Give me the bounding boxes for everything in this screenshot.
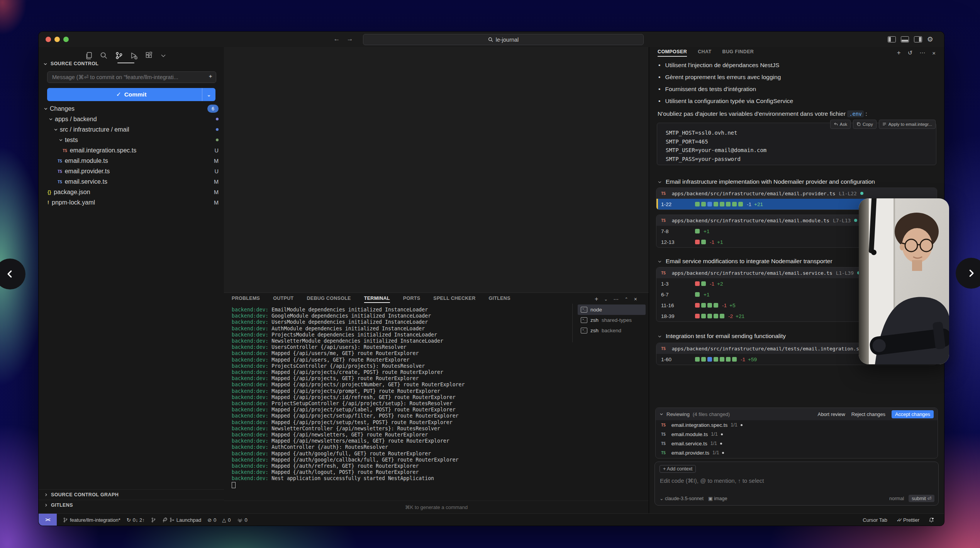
composer-input-box[interactable]: + Add context Edit code (⌘I), @ to menti…: [654, 462, 939, 506]
panel-tab-gitlens[interactable]: GITLENS: [489, 296, 510, 303]
sidebar-section-source-control-graph[interactable]: SOURCE CONTROL GRAPH: [39, 489, 224, 500]
minimize-window-button[interactable]: [54, 37, 60, 42]
tree-row[interactable]: apps / backend: [39, 114, 224, 124]
editor-empty-area[interactable]: [224, 47, 649, 293]
history-forward-button[interactable]: →: [345, 35, 354, 43]
layout-sidebar-right-icon[interactable]: [914, 36, 922, 42]
tree-label: email.integration.spec.ts: [70, 147, 137, 154]
terminal-line: backend:dev: Mapped {/auth/google/callba…: [232, 457, 564, 463]
source-control-icon[interactable]: [115, 52, 123, 59]
terminal-session-node[interactable]: >_node: [578, 304, 646, 315]
model-selector[interactable]: ⌄ claude-3.5-sonnet: [660, 496, 704, 501]
panel-tab-spell-checker[interactable]: SPELL CHECKER: [433, 296, 475, 303]
commit-message-box[interactable]: ✦: [47, 71, 216, 83]
terminal-session-zsh-shared-types[interactable]: >_zshshared-types: [578, 315, 646, 325]
more-icon[interactable]: ⋯: [614, 296, 619, 302]
commit-button[interactable]: ✓ Commit ⌄: [47, 88, 215, 101]
errors-indicator[interactable]: ⊘0 △0: [207, 517, 231, 523]
tree-label: src / infrastructure / email: [60, 126, 129, 133]
sparkle-ai-icon[interactable]: ✦: [208, 73, 213, 79]
debug-icon[interactable]: [130, 52, 138, 59]
chevron-down-icon[interactable]: [160, 52, 166, 59]
history-back-button[interactable]: ←: [332, 35, 341, 43]
branch-indicator[interactable]: feature/llm-integration*: [63, 517, 120, 523]
cursor-ide-window: ← → le-journal ⚙: [39, 32, 944, 526]
source-control-status-icon[interactable]: [151, 517, 156, 523]
tree-row[interactable]: src / infrastructure / email: [39, 124, 224, 135]
tree-row[interactable]: Changes6: [39, 103, 224, 114]
tree-row[interactable]: TSemail.module.tsM: [39, 156, 224, 166]
chevron-down-icon: [658, 259, 662, 264]
sidebar-section-gitlens[interactable]: GITLENS: [39, 500, 224, 510]
source-control-section-header[interactable]: SOURCE CONTROL: [43, 61, 98, 66]
panel-tab-debug-console[interactable]: DEBUG CONSOLE: [307, 296, 351, 303]
image-button[interactable]: ▣ image: [708, 496, 727, 501]
tree-row[interactable]: tests: [39, 135, 224, 145]
remote-indicator[interactable]: ><: [39, 514, 57, 526]
tree-row[interactable]: {}package.jsonM: [39, 187, 224, 197]
composer-tab-composer[interactable]: COMPOSER: [658, 49, 687, 57]
composer-tab-chat[interactable]: CHAT: [698, 49, 711, 57]
reviewing-files-list: TSemail.integration.spec.ts1/1TSemail.mo…: [656, 420, 938, 457]
search-icon[interactable]: [100, 52, 108, 59]
review-file-row[interactable]: TSemail.service.ts1/1: [656, 439, 938, 448]
review-file-row[interactable]: TSemail.module.ts1/1: [656, 430, 938, 439]
extensions-icon[interactable]: [145, 52, 153, 59]
more-icon[interactable]: ⋯: [919, 49, 925, 56]
accept-changes-button[interactable]: Accept changes: [892, 410, 934, 418]
diff-file-header[interactable]: TSapps/backend/src/infrastructure/email/…: [656, 188, 937, 199]
check-icon: ✓: [116, 91, 121, 98]
code-action-apply[interactable]: Apply to email.integr...: [879, 120, 936, 129]
panel-tab-ports[interactable]: PORTS: [403, 296, 420, 303]
layout-panel-icon[interactable]: [901, 36, 909, 42]
abort-review-button[interactable]: Abort review: [818, 411, 845, 417]
add-terminal-icon[interactable]: +: [595, 296, 598, 303]
launchpad-item[interactable]: Launchpad: [162, 517, 201, 523]
zoom-window-button[interactable]: [63, 37, 69, 42]
copy-icon: [856, 122, 861, 127]
close-icon[interactable]: ×: [932, 50, 936, 56]
sync-indicator[interactable]: ↻0↓ 2↑: [127, 517, 145, 523]
panel-tab-problems[interactable]: PROBLEMS: [232, 296, 260, 303]
tree-row[interactable]: !pnpm-lock.yamlM: [39, 197, 224, 208]
reject-changes-button[interactable]: Reject changes: [851, 411, 885, 417]
commit-button-label: Commit: [124, 91, 147, 98]
env-code-block[interactable]: SMTP_HOST=ssl0.ovh.net SMTP_PORT=465 SMT…: [657, 123, 936, 165]
terminal-session-zsh-backend[interactable]: >_zshbackend: [578, 325, 646, 336]
diff-section-title[interactable]: Email infrastructure implementation with…: [658, 178, 932, 185]
commit-message-input[interactable]: [51, 72, 203, 83]
tree-row[interactable]: TSemail.service.tsM: [39, 176, 224, 187]
code-action-ask[interactable]: Ask: [830, 120, 851, 129]
composer-tab-bug-finder[interactable]: BUG FINDER: [722, 49, 754, 57]
terminal-line: backend:dev: UsersModule dependencies in…: [232, 319, 564, 325]
commit-dropdown-button[interactable]: ⌄: [202, 88, 215, 101]
layout-sidebar-left-icon[interactable]: [888, 36, 896, 42]
chevron-down-icon[interactable]: [660, 412, 663, 416]
env-file-chip[interactable]: .env: [847, 110, 864, 117]
add-icon[interactable]: +: [897, 49, 901, 57]
broadcast-indicator[interactable]: 0: [237, 517, 248, 523]
nav-next-button[interactable]: [956, 258, 980, 289]
code-action-copy[interactable]: Copy: [853, 120, 877, 129]
files-icon[interactable]: [85, 52, 93, 59]
review-file-row[interactable]: TSemail.provider.ts1/1: [656, 448, 938, 457]
cursor-tab-item[interactable]: Cursor Tab: [863, 517, 887, 523]
panel-tab-terminal[interactable]: TERMINAL: [364, 296, 390, 303]
nav-previous-button[interactable]: [0, 259, 25, 289]
maximize-icon[interactable]: ⌃: [625, 297, 628, 302]
tree-row[interactable]: TSemail.provider.tsU: [39, 166, 224, 176]
prettier-item[interactable]: ✓✓ Prettier: [897, 517, 919, 523]
history-icon[interactable]: ↺: [908, 49, 913, 56]
settings-gear-icon[interactable]: ⚙: [927, 36, 933, 43]
command-center-search[interactable]: le-journal: [363, 34, 644, 45]
tree-row[interactable]: TSemail.integration.spec.tsU: [39, 145, 224, 156]
chevron-down-icon[interactable]: ⌄: [604, 297, 607, 302]
apply-icon: [882, 122, 887, 127]
review-file-row[interactable]: TSemail.integration.spec.ts1/1: [656, 420, 938, 430]
add-context-button[interactable]: + Add context: [660, 465, 696, 473]
close-window-button[interactable]: [46, 37, 51, 42]
close-icon[interactable]: ×: [634, 296, 637, 302]
submit-button[interactable]: submit ⏎: [909, 495, 934, 502]
notifications-bell-icon[interactable]: [929, 517, 934, 523]
panel-tab-output[interactable]: OUTPUT: [273, 296, 293, 303]
